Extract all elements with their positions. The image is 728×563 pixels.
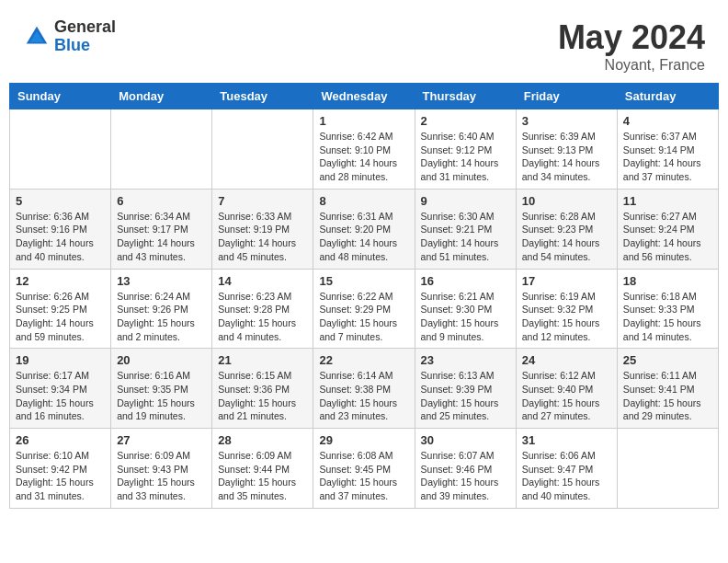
calendar-cell: 13Sunrise: 6:24 AM Sunset: 9:26 PM Dayli… xyxy=(111,269,212,349)
day-number: 11 xyxy=(623,194,712,208)
week-row-5: 26Sunrise: 6:10 AM Sunset: 9:42 PM Dayli… xyxy=(10,429,719,509)
calendar-cell xyxy=(10,109,111,190)
day-info: Sunrise: 6:11 AM Sunset: 9:41 PM Dayligh… xyxy=(623,369,712,423)
day-info: Sunrise: 6:42 AM Sunset: 9:10 PM Dayligh… xyxy=(319,130,408,184)
week-row-1: 1Sunrise: 6:42 AM Sunset: 9:10 PM Daylig… xyxy=(10,109,719,190)
calendar-cell: 12Sunrise: 6:26 AM Sunset: 9:25 PM Dayli… xyxy=(10,269,111,349)
day-number: 10 xyxy=(522,194,611,208)
weekday-header-thursday: Thursday xyxy=(415,84,516,109)
day-number: 21 xyxy=(218,353,307,367)
day-info: Sunrise: 6:39 AM Sunset: 9:13 PM Dayligh… xyxy=(522,130,611,184)
day-info: Sunrise: 6:14 AM Sunset: 9:38 PM Dayligh… xyxy=(319,369,408,423)
calendar-cell xyxy=(111,109,212,190)
calendar-cell: 19Sunrise: 6:17 AM Sunset: 9:34 PM Dayli… xyxy=(10,349,111,429)
day-info: Sunrise: 6:30 AM Sunset: 9:21 PM Dayligh… xyxy=(421,210,510,264)
calendar-cell xyxy=(212,109,313,190)
calendar-cell: 27Sunrise: 6:09 AM Sunset: 9:43 PM Dayli… xyxy=(111,429,212,509)
calendar-cell: 9Sunrise: 6:30 AM Sunset: 9:21 PM Daylig… xyxy=(415,189,516,269)
weekday-header-row: SundayMondayTuesdayWednesdayThursdayFrid… xyxy=(10,84,719,109)
day-info: Sunrise: 6:24 AM Sunset: 9:26 PM Dayligh… xyxy=(117,290,206,344)
day-number: 4 xyxy=(623,114,712,128)
day-number: 13 xyxy=(117,274,206,288)
day-info: Sunrise: 6:13 AM Sunset: 9:39 PM Dayligh… xyxy=(421,369,510,423)
day-info: Sunrise: 6:26 AM Sunset: 9:25 PM Dayligh… xyxy=(16,290,105,344)
page-header: General Blue May 2024 Noyant, France xyxy=(9,9,719,78)
day-number: 15 xyxy=(319,274,408,288)
day-number: 8 xyxy=(319,194,408,208)
day-number: 3 xyxy=(522,114,611,128)
day-number: 31 xyxy=(522,433,611,447)
day-number: 9 xyxy=(421,194,510,208)
calendar-cell: 8Sunrise: 6:31 AM Sunset: 9:20 PM Daylig… xyxy=(313,189,415,269)
calendar-cell: 1Sunrise: 6:42 AM Sunset: 9:10 PM Daylig… xyxy=(313,109,415,190)
title-block: May 2024 Noyant, France xyxy=(558,18,705,74)
day-info: Sunrise: 6:21 AM Sunset: 9:30 PM Dayligh… xyxy=(421,290,510,344)
calendar-cell: 26Sunrise: 6:10 AM Sunset: 9:42 PM Dayli… xyxy=(10,429,111,509)
calendar-cell: 4Sunrise: 6:37 AM Sunset: 9:14 PM Daylig… xyxy=(617,109,718,190)
weekday-header-monday: Monday xyxy=(111,84,212,109)
day-info: Sunrise: 6:09 AM Sunset: 9:44 PM Dayligh… xyxy=(218,449,307,503)
day-info: Sunrise: 6:16 AM Sunset: 9:35 PM Dayligh… xyxy=(117,369,206,423)
day-number: 1 xyxy=(319,114,408,128)
day-number: 24 xyxy=(522,353,611,367)
calendar-cell: 14Sunrise: 6:23 AM Sunset: 9:28 PM Dayli… xyxy=(212,269,313,349)
day-info: Sunrise: 6:18 AM Sunset: 9:33 PM Dayligh… xyxy=(623,290,712,344)
weekday-header-tuesday: Tuesday xyxy=(212,84,313,109)
day-info: Sunrise: 6:37 AM Sunset: 9:14 PM Dayligh… xyxy=(623,130,712,184)
location-title: Noyant, France xyxy=(558,57,705,74)
logo-icon xyxy=(23,23,51,51)
day-info: Sunrise: 6:27 AM Sunset: 9:24 PM Dayligh… xyxy=(623,210,712,264)
day-info: Sunrise: 6:15 AM Sunset: 9:36 PM Dayligh… xyxy=(218,369,307,423)
day-number: 14 xyxy=(218,274,307,288)
day-info: Sunrise: 6:36 AM Sunset: 9:16 PM Dayligh… xyxy=(16,210,105,264)
calendar-cell: 18Sunrise: 6:18 AM Sunset: 9:33 PM Dayli… xyxy=(617,269,718,349)
weekday-header-sunday: Sunday xyxy=(10,84,111,109)
month-title: May 2024 xyxy=(558,18,705,57)
day-info: Sunrise: 6:28 AM Sunset: 9:23 PM Dayligh… xyxy=(522,210,611,264)
week-row-3: 12Sunrise: 6:26 AM Sunset: 9:25 PM Dayli… xyxy=(10,269,719,349)
day-info: Sunrise: 6:06 AM Sunset: 9:47 PM Dayligh… xyxy=(522,449,611,503)
day-info: Sunrise: 6:40 AM Sunset: 9:12 PM Dayligh… xyxy=(421,130,510,184)
calendar-cell: 20Sunrise: 6:16 AM Sunset: 9:35 PM Dayli… xyxy=(111,349,212,429)
day-number: 5 xyxy=(16,194,105,208)
day-info: Sunrise: 6:08 AM Sunset: 9:45 PM Dayligh… xyxy=(319,449,408,503)
week-row-4: 19Sunrise: 6:17 AM Sunset: 9:34 PM Dayli… xyxy=(10,349,719,429)
day-number: 23 xyxy=(421,353,510,367)
day-number: 19 xyxy=(16,353,105,367)
calendar-cell: 29Sunrise: 6:08 AM Sunset: 9:45 PM Dayli… xyxy=(313,429,415,509)
day-number: 7 xyxy=(218,194,307,208)
day-number: 26 xyxy=(16,433,105,447)
calendar-cell: 3Sunrise: 6:39 AM Sunset: 9:13 PM Daylig… xyxy=(516,109,617,190)
day-info: Sunrise: 6:22 AM Sunset: 9:29 PM Dayligh… xyxy=(319,290,408,344)
calendar-cell xyxy=(617,429,718,509)
calendar-cell: 17Sunrise: 6:19 AM Sunset: 9:32 PM Dayli… xyxy=(516,269,617,349)
day-number: 16 xyxy=(421,274,510,288)
day-number: 29 xyxy=(319,433,408,447)
calendar-cell: 5Sunrise: 6:36 AM Sunset: 9:16 PM Daylig… xyxy=(10,189,111,269)
day-number: 28 xyxy=(218,433,307,447)
calendar-cell: 10Sunrise: 6:28 AM Sunset: 9:23 PM Dayli… xyxy=(516,189,617,269)
day-info: Sunrise: 6:10 AM Sunset: 9:42 PM Dayligh… xyxy=(16,449,105,503)
calendar-cell: 2Sunrise: 6:40 AM Sunset: 9:12 PM Daylig… xyxy=(415,109,516,190)
day-info: Sunrise: 6:34 AM Sunset: 9:17 PM Dayligh… xyxy=(117,210,206,264)
weekday-header-friday: Friday xyxy=(516,84,617,109)
calendar-cell: 16Sunrise: 6:21 AM Sunset: 9:30 PM Dayli… xyxy=(415,269,516,349)
logo-text: General Blue xyxy=(54,18,116,55)
weekday-header-saturday: Saturday xyxy=(617,84,718,109)
day-number: 17 xyxy=(522,274,611,288)
day-number: 27 xyxy=(117,433,206,447)
day-number: 12 xyxy=(16,274,105,288)
day-number: 18 xyxy=(623,274,712,288)
day-info: Sunrise: 6:07 AM Sunset: 9:46 PM Dayligh… xyxy=(421,449,510,503)
day-number: 6 xyxy=(117,194,206,208)
calendar-cell: 30Sunrise: 6:07 AM Sunset: 9:46 PM Dayli… xyxy=(415,429,516,509)
calendar-cell: 31Sunrise: 6:06 AM Sunset: 9:47 PM Dayli… xyxy=(516,429,617,509)
day-info: Sunrise: 6:33 AM Sunset: 9:19 PM Dayligh… xyxy=(218,210,307,264)
day-number: 22 xyxy=(319,353,408,367)
calendar-cell: 11Sunrise: 6:27 AM Sunset: 9:24 PM Dayli… xyxy=(617,189,718,269)
day-info: Sunrise: 6:23 AM Sunset: 9:28 PM Dayligh… xyxy=(218,290,307,344)
logo: General Blue xyxy=(23,18,116,55)
day-number: 20 xyxy=(117,353,206,367)
calendar-cell: 24Sunrise: 6:12 AM Sunset: 9:40 PM Dayli… xyxy=(516,349,617,429)
day-number: 30 xyxy=(421,433,510,447)
